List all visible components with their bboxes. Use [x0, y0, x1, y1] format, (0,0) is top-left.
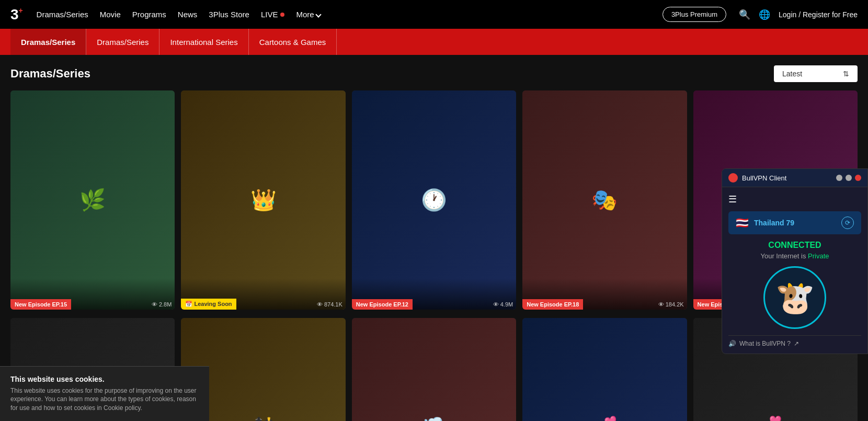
- nav-programs[interactable]: Programs: [132, 10, 166, 19]
- cookie-title: This website uses cookies.: [10, 375, 199, 383]
- view-count: 👁4.9M: [493, 301, 513, 308]
- sort-label: Latest: [782, 70, 802, 78]
- cookie-text: This website uses cookies for the purpos…: [10, 386, 199, 413]
- vpn-flag-name: 🇹🇭 Thailand 79: [736, 217, 794, 229]
- drama-card[interactable]: 🎭New Episode EP.18👁184.2K: [522, 90, 687, 310]
- vpn-connected-text: CONNECTED: [728, 241, 861, 250]
- vpn-title-text: BullVPN Client: [742, 174, 786, 182]
- drama-card[interactable]: 🌿New Episode EP.15👁2.8M: [10, 90, 175, 310]
- vpn-title-left: BullVPN Client: [728, 173, 786, 183]
- leaving-soon-badge: 📅 Leaving Soon: [181, 299, 236, 310]
- drama-thumbnail: 🎭: [522, 90, 687, 310]
- vpn-what-link[interactable]: 🔊 What is BullVPN ? ↗: [728, 335, 861, 347]
- vpn-mascot: 🐮: [763, 266, 826, 329]
- vpn-window-buttons: [836, 175, 861, 181]
- vpn-private-highlight: Private: [808, 252, 829, 260]
- drama-card[interactable]: 💨: [352, 318, 516, 421]
- vpn-server-row[interactable]: 🇹🇭 Thailand 79 ⟳: [728, 211, 861, 234]
- drama-thumbnail: 💕: [522, 318, 687, 421]
- section-header: Dramas/Series Latest ⇅: [10, 65, 858, 82]
- vpn-titlebar: BullVPN Client: [722, 169, 867, 187]
- drama-card[interactable]: 💕: [522, 318, 687, 421]
- vpn-connected-status: CONNECTED Your Internet is Private: [728, 241, 861, 260]
- logo[interactable]: 3+: [10, 6, 19, 23]
- nav-live[interactable]: LIVE: [261, 10, 285, 19]
- new-episode-badge: New Episode EP.15: [10, 299, 71, 310]
- drama-card[interactable]: 🕐New Episode EP.12👁4.9M: [352, 90, 516, 310]
- cookie-banner: This website uses cookies. This website …: [0, 366, 209, 421]
- view-count: 👁2.8M: [152, 301, 172, 308]
- subnav-dramas-series[interactable]: Dramas/Series: [86, 29, 159, 55]
- nav-icons: 🔍 🌐 Login / Register for Free: [739, 9, 858, 20]
- subnav-international-series[interactable]: International Series: [159, 29, 248, 55]
- drama-card[interactable]: 👑📅 Leaving Soon👁874.1K: [181, 90, 345, 310]
- drama-thumbnail: 💨: [352, 318, 516, 421]
- vpn-private-text: Your Internet is Private: [728, 252, 861, 260]
- eye-icon: 👁: [658, 301, 664, 308]
- vpn-logo-icon: [728, 173, 738, 183]
- vpn-menu-icon[interactable]: ☰: [728, 194, 861, 205]
- live-dot: [280, 13, 284, 17]
- login-register-button[interactable]: Login / Register for Free: [779, 10, 858, 19]
- search-icon[interactable]: 🔍: [739, 9, 750, 20]
- premium-button[interactable]: 3Plus Premium: [663, 7, 726, 22]
- eye-icon: 👁: [493, 301, 499, 308]
- vpn-server-name: Thailand 79: [754, 219, 794, 227]
- sort-dropdown[interactable]: Latest ⇅: [774, 65, 858, 82]
- vpn-panel: BullVPN Client ☰ 🇹🇭 Thailand 79 ⟳ CONNEC…: [722, 168, 868, 354]
- drama-thumbnail: 🌿: [10, 90, 175, 310]
- vpn-minimize-button[interactable]: [836, 175, 842, 181]
- vpn-close-button[interactable]: [855, 175, 861, 181]
- external-link-icon: ↗: [794, 340, 799, 347]
- nav-dramas[interactable]: Dramas/Series: [37, 10, 88, 19]
- nav-links: Dramas/Series Movie Programs News 3Plus …: [37, 10, 650, 19]
- nav-movie[interactable]: Movie: [100, 10, 121, 19]
- chevron-down-icon: [315, 12, 321, 17]
- sort-icon: ⇅: [843, 70, 849, 78]
- subnav-dramas-series-active[interactable]: Dramas/Series: [10, 29, 86, 55]
- vpn-maximize-button[interactable]: [846, 175, 852, 181]
- vpn-server-icon: ⟳: [841, 217, 854, 229]
- drama-thumbnail: 🕐: [352, 90, 516, 310]
- view-count: 👁874.1K: [317, 301, 342, 308]
- vpn-mascot-icon: 🐮: [775, 279, 815, 316]
- top-navigation: 3+ Dramas/Series Movie Programs News 3Pl…: [0, 0, 868, 29]
- new-episode-badge: New Episode EP.12: [352, 299, 413, 310]
- new-episode-badge: New Episode EP.18: [522, 299, 583, 310]
- vpn-body: ☰ 🇹🇭 Thailand 79 ⟳ CONNECTED Your Intern…: [722, 187, 867, 354]
- nav-news[interactable]: News: [178, 10, 198, 19]
- view-count: 👁184.2K: [658, 301, 684, 308]
- subnav-cartoons-games[interactable]: Cartoons & Games: [249, 29, 337, 55]
- sub-navigation: Dramas/Series Dramas/Series Internationa…: [0, 29, 868, 55]
- page-title: Dramas/Series: [10, 67, 90, 81]
- globe-icon[interactable]: 🌐: [759, 9, 770, 20]
- nav-more[interactable]: More: [296, 10, 320, 19]
- eye-icon: 👁: [152, 301, 157, 308]
- nav-store[interactable]: 3Plus Store: [209, 10, 249, 19]
- eye-icon: 👁: [317, 301, 323, 308]
- vpn-flag: 🇹🇭: [736, 217, 749, 229]
- drama-thumbnail: 👑: [181, 90, 345, 310]
